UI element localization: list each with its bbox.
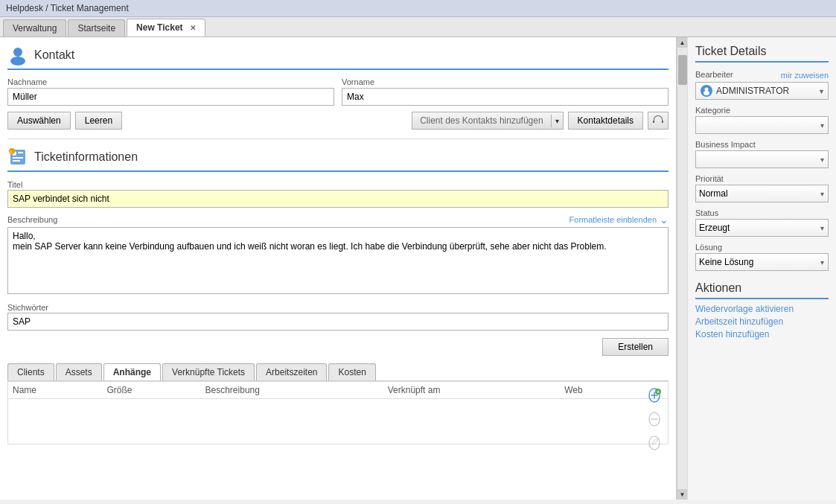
aktionen-title: Aktionen (695, 281, 829, 299)
kategorie-label: Kategorie (695, 106, 829, 115)
title-bar-text: Helpdesk / Ticket Management (6, 3, 129, 13)
status-select-wrapper[interactable]: Erzeugt (695, 219, 829, 237)
attachment-icons: + (644, 385, 665, 453)
beschreibung-label: Beschreibung (7, 215, 57, 224)
svg-rect-5 (13, 157, 23, 159)
titel-group: Titel (7, 179, 669, 208)
col-beschreibung: Beschreibung (201, 382, 383, 399)
kategorie-select[interactable] (695, 116, 829, 134)
svg-point-12 (703, 91, 709, 95)
loesung-select-wrapper[interactable]: Keine Lösung (695, 253, 829, 271)
title-bar: Helpdesk / Ticket Management (0, 0, 836, 17)
titel-input[interactable] (7, 190, 669, 208)
beschreibung-group: Beschreibung Formatleiste einblenden ⌄ H… (7, 214, 669, 296)
action-kosten[interactable]: Kosten hinzufügen (695, 329, 829, 339)
beschreibung-textarea[interactable]: Hallo, mein SAP Server kann keine Verbin… (7, 227, 669, 294)
nachname-label: Nachname (7, 77, 334, 86)
scrollbar-thumb[interactable] (678, 55, 687, 85)
col-groesse: Größe (102, 382, 200, 399)
svg-point-0 (13, 48, 22, 57)
attach-add-icon[interactable]: + (644, 385, 665, 406)
svg-point-11 (705, 88, 709, 92)
expand-icon[interactable]: ⌄ (660, 214, 669, 226)
titel-label: Titel (7, 180, 22, 189)
col-web: Web (560, 382, 638, 399)
kategorie-select-wrapper[interactable] (695, 116, 829, 134)
business-impact-select[interactable] (695, 150, 829, 168)
tab-anhaenge[interactable]: Anhänge (103, 363, 161, 380)
admin-icon (701, 85, 712, 97)
erstellen-button[interactable]: Erstellen (602, 338, 669, 356)
left-panel: Kontakt Nachname Vorname Auswählen Leere… (0, 37, 677, 500)
action-wiedervorlage[interactable]: Wiedervorlage aktivieren (695, 304, 829, 314)
tab-verwaltung[interactable]: Verwaltung (3, 19, 66, 36)
ticket-section-header: i Ticketinformationen (7, 147, 669, 172)
attach-remove-icon[interactable] (644, 409, 665, 430)
vorname-group: Vorname (342, 77, 669, 106)
right-panel: Ticket Details Bearbeiter mir zuweisen A… (687, 37, 836, 500)
stichwoerter-group: Stichwörter (7, 302, 669, 331)
tab-new-ticket[interactable]: New Ticket ✕ (127, 19, 205, 36)
prioritaet-label: Priorität (695, 174, 829, 183)
administrator-select[interactable]: ADMINISTRATOR ▾ (695, 82, 829, 100)
headset-icon[interactable] (648, 112, 669, 130)
scrollbar-track (677, 48, 687, 489)
contact-section-title: Kontakt (34, 48, 74, 62)
svg-rect-6 (13, 160, 20, 162)
action-arbeitszeit[interactable]: Arbeitszeit hinzufügen (695, 316, 829, 327)
attachment-empty-row (8, 399, 668, 444)
attachment-table-header: Name Größe Beschreibung Verknüpft am Web (8, 382, 668, 399)
svg-point-1 (10, 57, 25, 66)
ticket-icon: i (7, 147, 28, 168)
col-name: Name (8, 382, 102, 399)
tab-kosten[interactable]: Kosten (328, 363, 375, 380)
contact-details-button[interactable]: Kontaktdetails (568, 112, 643, 130)
business-impact-select-wrapper[interactable] (695, 150, 829, 168)
svg-text:+: + (657, 389, 660, 395)
contact-separator (7, 138, 669, 139)
status-label: Status (695, 208, 829, 217)
nachname-input[interactable] (7, 88, 334, 106)
main-scrollbar[interactable]: ▲ ▼ (677, 37, 687, 500)
prioritaet-select[interactable]: Normal (695, 185, 829, 202)
attachment-table: Name Größe Beschreibung Verknüpft am Web (8, 382, 668, 444)
contact-action-row: Auswählen Leeren Client des Kontakts hin… (7, 112, 669, 130)
beschreibung-header: Beschreibung Formatleiste einblenden ⌄ (7, 214, 669, 226)
main-layout: Kontakt Nachname Vorname Auswählen Leere… (0, 37, 836, 500)
bearbeiter-row: Bearbeiter mir zuweisen (695, 70, 829, 80)
format-link[interactable]: Formatleiste einblenden (569, 215, 657, 224)
status-select[interactable]: Erzeugt (695, 219, 829, 237)
mir-zuweisen-link[interactable]: mir zuweisen (781, 71, 829, 80)
administrator-value: ADMINISTRATOR (716, 86, 816, 96)
prioritaet-select-wrapper[interactable]: Normal (695, 185, 829, 202)
tab-bar: Verwaltung Startseite New Ticket ✕ (0, 17, 836, 37)
stichwoerter-label: Stichwörter (7, 303, 48, 312)
bearbeiter-label: Bearbeiter (695, 70, 733, 79)
person-icon (7, 45, 28, 66)
stichwoerter-input[interactable] (7, 313, 669, 331)
client-btn-arrow-icon[interactable]: ▾ (551, 115, 563, 127)
bottom-tabs-bar: Clients Assets Anhänge Verknüpfte Ticket… (7, 363, 669, 381)
attach-edit-icon[interactable] (644, 433, 665, 453)
loesung-select[interactable]: Keine Lösung (695, 253, 829, 271)
tab-startseite[interactable]: Startseite (68, 19, 125, 36)
erstellen-row: Erstellen (7, 338, 669, 356)
svg-rect-4 (18, 152, 23, 153)
attachment-area: Name Größe Beschreibung Verknüpft am Web (7, 381, 669, 444)
tab-verknuepfte-tickets[interactable]: Verknüpfte Tickets (162, 363, 255, 380)
scrollbar-up-btn[interactable]: ▲ (677, 37, 687, 48)
clear-button[interactable]: Leeren (75, 112, 122, 130)
client-btn-label: Client des Kontakts hinzufügen (412, 113, 550, 128)
col-verknuepft-am: Verknüpft am (383, 382, 561, 399)
vorname-input[interactable] (342, 88, 669, 106)
ticket-details-title: Ticket Details (695, 45, 829, 63)
nachname-group: Nachname (7, 77, 334, 106)
tab-arbeitszeiten[interactable]: Arbeitszeiten (256, 363, 327, 380)
tab-clients[interactable]: Clients (7, 363, 54, 380)
tab-close-icon[interactable]: ✕ (190, 24, 196, 32)
client-add-button[interactable]: Client des Kontakts hinzufügen ▾ (412, 112, 563, 130)
tab-assets[interactable]: Assets (56, 363, 102, 380)
scrollbar-down-btn[interactable]: ▼ (677, 489, 687, 500)
name-row: Nachname Vorname (7, 77, 669, 106)
select-button[interactable]: Auswählen (7, 112, 71, 130)
